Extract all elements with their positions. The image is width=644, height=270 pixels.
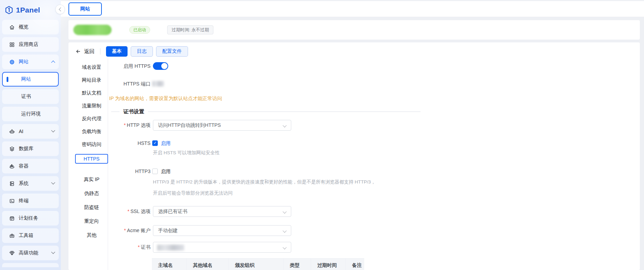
brand-logo[interactable]: 1Panel	[0, 0, 61, 20]
site-status-bar: 已启动 过期时间: 永不过期	[68, 20, 640, 40]
settings-nav-item-site-dir[interactable]: 网站目录	[75, 74, 108, 87]
http-option-select[interactable]: 访问HTTP自动跳转到HTTPS	[153, 120, 291, 131]
col-type: 类型	[284, 259, 311, 270]
sidebar-item-terminal[interactable]: 终端	[2, 194, 59, 208]
certificate-label: *证书	[105, 244, 150, 251]
sidebar-item-overview[interactable]: 概览	[2, 20, 59, 34]
acme-account-value: 手动创建	[158, 228, 178, 233]
ssl-option-value: 选择已有证书	[158, 208, 187, 214]
settings-nav-item-reverse-proxy[interactable]: 反向代理	[75, 112, 108, 125]
hsts-checkbox[interactable]	[152, 140, 158, 146]
col-expire-time: 过期时间	[311, 259, 346, 270]
sidebar-item-cronjob[interactable]: 计划任务	[2, 211, 59, 226]
https-port-value-redacted	[152, 81, 164, 87]
http3-help-line1: HTTP/3 是 HTTP/2 的升级版本，提供更快的连接速度和更好的性能，但是…	[153, 179, 376, 186]
sidebar-collapse-button[interactable]	[55, 5, 65, 14]
required-asterisk: *	[128, 208, 129, 214]
settings-nav-item-other[interactable]: 其他	[75, 228, 108, 242]
sidebar-subitem-runtime[interactable]: 运行环境	[2, 107, 59, 121]
required-asterisk: *	[124, 122, 125, 128]
settings-nav: 域名设置 网站目录 默认文档 流量限制 反向代理 负载均衡 密码访问 HTTPS…	[75, 61, 108, 242]
active-indicator-bar	[7, 77, 8, 82]
globe-icon	[9, 59, 15, 65]
chevron-down-icon	[51, 181, 55, 185]
hsts-help-text: 开启 HSTS 可以增加网站安全性	[153, 149, 220, 156]
tab-basic[interactable]: 基本	[106, 46, 128, 57]
certificate-select[interactable]	[153, 242, 291, 253]
col-issuer: 颁发组织	[229, 259, 284, 270]
settings-nav-item-rewrite[interactable]: 伪静态	[75, 186, 108, 200]
expire-badge: 过期时间: 永不过期	[167, 25, 213, 34]
settings-nav-item-redirect[interactable]: 重定向	[75, 214, 108, 228]
chevron-down-icon	[283, 229, 286, 232]
sidebar-subitem-certificate[interactable]: 证书	[2, 89, 59, 104]
gem-icon	[9, 250, 15, 256]
http3-checkbox-label[interactable]: 启用	[161, 168, 171, 175]
sidebar-item-ai[interactable]: AI	[2, 124, 59, 139]
required-asterisk: *	[124, 228, 126, 233]
sidebar-item-toolbox[interactable]: 工具箱	[2, 228, 59, 243]
appstore-grid-icon	[9, 41, 15, 48]
http3-help-line2: 开启后可能会导致部分浏览器无法访问	[153, 190, 233, 197]
ssl-option-select[interactable]: 选择已有证书	[153, 206, 291, 217]
toolbar-divider	[100, 48, 100, 55]
settings-nav-item-anti-leech[interactable]: 防盗链	[75, 200, 108, 214]
toolbox-icon	[9, 232, 15, 239]
enable-https-toggle[interactable]	[153, 62, 168, 70]
back-button[interactable]: 返回	[75, 48, 95, 55]
hsts-checkbox-label[interactable]: 启用	[161, 140, 171, 147]
settings-nav-item-https[interactable]: HTTPS	[75, 154, 108, 164]
settings-nav-item-default-doc[interactable]: 默认文档	[75, 87, 108, 99]
sidebar-item-label: 系统	[19, 180, 28, 187]
tab-config-file[interactable]: 配置文件	[156, 46, 188, 57]
sidebar-item-label: 工具箱	[19, 232, 33, 239]
settings-nav-item-real-ip[interactable]: 真实 IP	[75, 172, 108, 186]
sidebar-menu: 概览 应用商店 网站	[0, 20, 61, 267]
sidebar-item-website-parent[interactable]: 网站	[2, 55, 59, 69]
settings-nav-item-domain[interactable]: 域名设置	[75, 61, 108, 74]
sidebar-item-label: 高级功能	[19, 250, 38, 256]
settings-nav-item-load-balance[interactable]: 负载均衡	[75, 125, 108, 138]
tab-logs[interactable]: 日志	[131, 46, 153, 57]
sidebar-item-label: 计划任务	[19, 215, 38, 221]
sidebar-item-container[interactable]: 容器	[2, 159, 59, 173]
back-label: 返回	[84, 48, 95, 55]
chevron-down-icon	[283, 210, 286, 213]
http3-checkbox[interactable]	[152, 169, 158, 174]
cert-settings-title: 证书设置	[123, 108, 144, 115]
server-icon	[9, 180, 15, 187]
settings-nav-item-password-access[interactable]: 密码访问	[75, 138, 108, 151]
sidebar-item-label: 网站	[21, 76, 31, 82]
col-other-domains: 其他域名	[187, 259, 229, 270]
sidebar-item-system[interactable]: 系统	[2, 176, 59, 191]
settings-nav-item-rate-limit[interactable]: 流量限制	[75, 99, 108, 112]
detail-toolbar: 返回 基本 日志 配置文件	[75, 44, 191, 58]
http-option-label: *HTTP 选项	[105, 122, 150, 129]
sidebar-item-label: 网站	[19, 59, 28, 65]
http3-label: HTTP3	[105, 168, 150, 175]
chevron-down-icon	[51, 129, 55, 132]
col-remark: 备注	[346, 259, 364, 270]
sidebar-item-label: 容器	[19, 163, 28, 169]
sidebar-item-database[interactable]: 数据库	[2, 141, 59, 156]
brand-name: 1Panel	[16, 6, 40, 14]
sidebar: 1Panel 概览 应用商店	[0, 0, 61, 270]
acme-account-select[interactable]: 手动创建	[153, 225, 291, 236]
sidebar-item-label: 概览	[19, 24, 28, 30]
sidebar-item-label: AI	[19, 129, 23, 134]
sidebar-item-advanced[interactable]: 高级功能	[2, 246, 59, 260]
sidebar-subitem-website[interactable]: 网站	[2, 72, 59, 87]
chevron-down-icon	[283, 245, 286, 249]
chevron-down-icon	[283, 123, 286, 127]
cert-settings-divider: 证书设置	[111, 108, 421, 115]
brand-hexagon-icon	[5, 6, 14, 15]
tab-website[interactable]: 网站	[68, 2, 102, 16]
col-primary-domain: 主域名	[152, 259, 187, 270]
sidebar-item-appstore[interactable]: 应用商店	[2, 37, 59, 52]
sidebar-item-label: 运行环境	[21, 111, 41, 117]
home-icon	[9, 24, 15, 30]
sidebar-item-next-partial[interactable]	[2, 263, 59, 267]
hsts-label: HSTS	[105, 140, 150, 147]
http-option-value: 访问HTTP自动跳转到HTTPS	[158, 122, 221, 128]
enable-https-label: 启用 HTTPS	[105, 63, 150, 69]
